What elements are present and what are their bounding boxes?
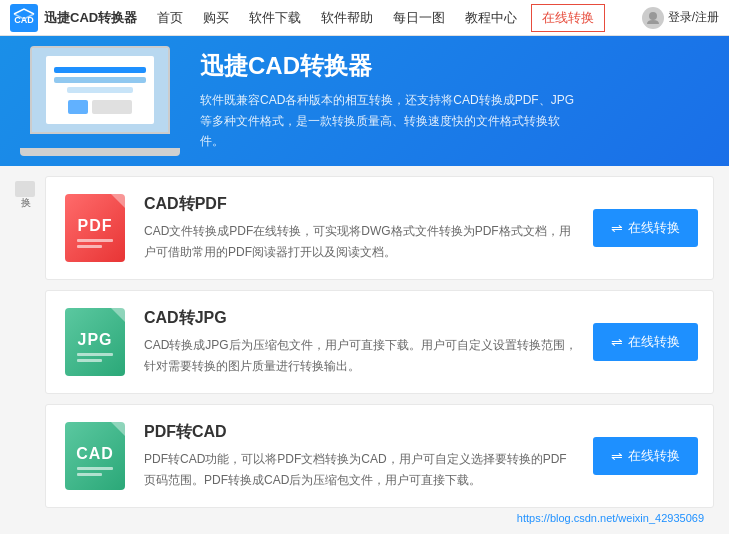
conv-desc-pdf: CAD文件转换成PDF在线转换，可实现将DWG格式文件转换为PDF格式文档，用户…: [144, 221, 578, 262]
user-icon: [642, 7, 664, 29]
jpg-label: JPG: [77, 331, 112, 349]
conv-btn-pdf-label: 在线转换: [628, 219, 680, 237]
pdf-file-icon: PDF: [65, 194, 125, 262]
hero-desc: 软件既兼容CAD各种版本的相互转换，还支持将CAD转换成PDF、JPG等多种文件…: [200, 90, 580, 151]
doc-line-cad-1: [77, 467, 113, 470]
sidebar: 换: [15, 176, 45, 508]
corner-fold: [111, 194, 125, 208]
pdf-icon-wrap: PDF: [61, 192, 129, 264]
hero-banner: 迅捷CAD转换器 软件既兼容CAD各种版本的相互转换，还支持将CAD转换成PDF…: [0, 36, 729, 166]
conv-info-jpg: CAD转JPG CAD转换成JPG后为压缩包文件，用户可直接下载。用户可自定义设…: [144, 308, 578, 376]
btn-arrow-icon: ⇌: [611, 220, 623, 236]
conv-btn-jpg[interactable]: ⇌ 在线转换: [593, 323, 698, 361]
jpg-icon-wrap: JPG: [61, 306, 129, 378]
conv-info-pdf: CAD转PDF CAD文件转换成PDF在线转换，可实现将DWG格式文件转换为PD…: [144, 194, 578, 262]
sidebar-tab-convert[interactable]: 换: [15, 181, 35, 197]
main-content: 换 PDF CAD转PDF CAD文件: [0, 166, 729, 534]
doc-line-jpg-1: [77, 353, 113, 356]
login-text[interactable]: 登录/注册: [668, 9, 719, 26]
footer-link[interactable]: https://blog.csdn.net/weixin_42935069: [15, 508, 714, 528]
jpg-file-icon: JPG: [65, 308, 125, 376]
conv-card-cad-to-pdf: PDF CAD转PDF CAD文件转换成PDF在线转换，可实现将DWG格式文件转…: [45, 176, 714, 280]
conv-btn-pdf[interactable]: ⇌ 在线转换: [593, 209, 698, 247]
nav-help[interactable]: 软件帮助: [311, 0, 383, 36]
hero-title: 迅捷CAD转换器: [200, 50, 580, 82]
logo-area[interactable]: CAD 迅捷CAD转换器: [10, 4, 137, 32]
conversion-list: PDF CAD转PDF CAD文件转换成PDF在线转换，可实现将DWG格式文件转…: [45, 176, 714, 508]
conv-info-cad: PDF转CAD PDF转CAD功能，可以将PDF文档转换为CAD，用户可自定义选…: [144, 422, 578, 490]
conv-title-jpg: CAD转JPG: [144, 308, 578, 329]
nav-online[interactable]: 在线转换: [531, 4, 605, 32]
login-area[interactable]: 登录/注册: [642, 7, 719, 29]
doc-lines-jpg: [77, 353, 113, 362]
cad-label: CAD: [76, 445, 114, 463]
conv-title-cad: PDF转CAD: [144, 422, 578, 443]
nav-tutorial[interactable]: 教程中心: [455, 0, 527, 36]
nav-bar: 首页 购买 软件下载 软件帮助 每日一图 教程中心 在线转换: [147, 0, 641, 36]
corner-fold-cad: [111, 422, 125, 436]
nav-download[interactable]: 软件下载: [239, 0, 311, 36]
header: CAD 迅捷CAD转换器 首页 购买 软件下载 软件帮助 每日一图 教程中心 在…: [0, 0, 729, 36]
corner-fold-jpg: [111, 308, 125, 322]
nav-buy[interactable]: 购买: [193, 0, 239, 36]
btn-arrow-icon-jpg: ⇌: [611, 334, 623, 350]
nav-daily[interactable]: 每日一图: [383, 0, 455, 36]
conv-btn-jpg-label: 在线转换: [628, 333, 680, 351]
conv-btn-cad-label: 在线转换: [628, 447, 680, 465]
hero-content: 迅捷CAD转换器 软件既兼容CAD各种版本的相互转换，还支持将CAD转换成PDF…: [200, 50, 580, 151]
doc-line-1: [77, 239, 113, 242]
doc-line-cad-2: [77, 473, 102, 476]
conv-desc-cad: PDF转CAD功能，可以将PDF文档转换为CAD，用户可自定义选择要转换的PDF…: [144, 449, 578, 490]
conv-card-pdf-to-cad: CAD PDF转CAD PDF转CAD功能，可以将PDF文档转换为CAD，用户可…: [45, 404, 714, 508]
doc-line-2: [77, 245, 102, 248]
logo-text: 迅捷CAD转换器: [44, 9, 137, 27]
conv-card-cad-to-jpg: JPG CAD转JPG CAD转换成JPG后为压缩包文件，用户可直接下载。用户可…: [45, 290, 714, 394]
page-layout: 换 PDF CAD转PDF CAD文件: [15, 176, 714, 508]
hero-laptop-image: [20, 46, 180, 156]
pdf-label: PDF: [78, 217, 113, 235]
conv-title-pdf: CAD转PDF: [144, 194, 578, 215]
logo-icon: CAD: [10, 4, 38, 32]
nav-home[interactable]: 首页: [147, 0, 193, 36]
cad-icon-wrap: CAD: [61, 420, 129, 492]
doc-line-jpg-2: [77, 359, 102, 362]
doc-lines-cad: [77, 467, 113, 476]
cad-file-icon: CAD: [65, 422, 125, 490]
doc-lines: [77, 239, 113, 248]
svg-point-2: [649, 12, 657, 20]
conv-btn-cad[interactable]: ⇌ 在线转换: [593, 437, 698, 475]
btn-arrow-icon-cad: ⇌: [611, 448, 623, 464]
svg-text:CAD: CAD: [14, 15, 34, 25]
conv-desc-jpg: CAD转换成JPG后为压缩包文件，用户可直接下载。用户可自定义设置转换范围，针对…: [144, 335, 578, 376]
